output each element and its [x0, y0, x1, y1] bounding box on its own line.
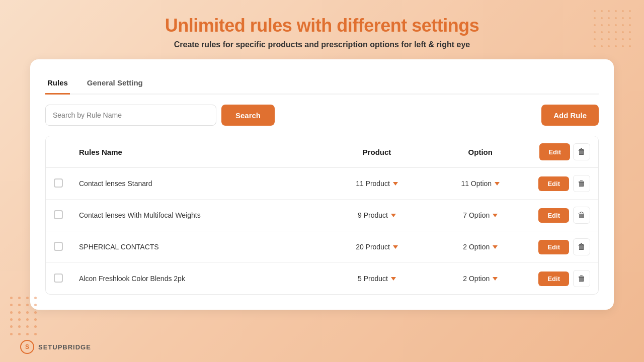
row-checkbox-cell: [46, 200, 71, 231]
trash-icon: 🗑: [578, 211, 586, 220]
table-row: Contact lenses Stanard 11 Product 11 Opt…: [46, 168, 598, 200]
header-delete-button[interactable]: 🗑: [573, 143, 590, 160]
row-action-cell: Edit 🗑: [530, 231, 598, 263]
row-action-cell: Edit 🗑: [530, 200, 598, 231]
row-option-cell: 7 Option: [430, 200, 530, 231]
row-option-cell: 11 Option: [430, 168, 530, 200]
search-input[interactable]: [45, 105, 216, 126]
page-title: Unlimited rules with different settings: [10, 15, 634, 36]
product-dropdown-icon[interactable]: [391, 214, 396, 217]
tab-bar: Rules General Setting: [45, 74, 599, 95]
product-dropdown-icon[interactable]: [393, 182, 398, 186]
option-dropdown-icon[interactable]: [493, 245, 498, 249]
add-rule-button[interactable]: Add Rule: [541, 105, 599, 126]
row-product-cell: 5 Product: [324, 263, 430, 295]
col-product: Product: [324, 136, 430, 168]
page-subtitle: Create rules for specific products and p…: [10, 40, 634, 49]
row-delete-button[interactable]: 🗑: [573, 238, 590, 255]
row-checkbox[interactable]: [54, 210, 63, 219]
option-dropdown-icon[interactable]: [495, 182, 500, 186]
row-delete-button[interactable]: 🗑: [573, 207, 590, 224]
option-dropdown-icon[interactable]: [493, 277, 498, 281]
option-tag: 2 Option: [463, 243, 498, 251]
row-delete-button[interactable]: 🗑: [573, 175, 590, 192]
table-row: Contact lenses With Multifocal Weights 9…: [46, 200, 598, 231]
product-tag: 5 Product: [358, 275, 396, 283]
option-tag: 2 Option: [463, 275, 498, 283]
product-dropdown-icon[interactable]: [393, 245, 398, 249]
product-tag: 11 Product: [356, 179, 398, 188]
trash-icon: 🗑: [578, 147, 586, 156]
table-row: Alcon Freshlook Color Blends 2pk 5 Produ…: [46, 263, 598, 295]
trash-icon: 🗑: [578, 274, 586, 283]
row-product-cell: 11 Product: [324, 168, 430, 200]
product-tag: 20 Product: [356, 243, 398, 251]
option-tag: 7 Option: [463, 211, 498, 219]
dot-pattern-top-right: [594, 10, 634, 50]
option-tag: 11 Option: [461, 179, 500, 188]
row-name-cell: Contact lenses With Multifocal Weights: [71, 200, 324, 231]
tab-general-setting[interactable]: General Setting: [85, 74, 145, 95]
row-edit-button[interactable]: Edit: [538, 208, 569, 223]
row-checkbox[interactable]: [54, 178, 63, 188]
tab-rules[interactable]: Rules: [45, 74, 70, 95]
col-check: [46, 136, 71, 168]
table-row: SPHERICAL CONTACTS 20 Product 2 Option E…: [46, 231, 598, 263]
trash-icon: 🗑: [578, 242, 586, 251]
row-checkbox-cell: [46, 168, 71, 200]
row-product-cell: 20 Product: [324, 231, 430, 263]
row-action-cell: Edit 🗑: [530, 168, 598, 200]
row-option-cell: 2 Option: [430, 231, 530, 263]
row-edit-button[interactable]: Edit: [538, 176, 569, 191]
row-checkbox[interactable]: [54, 242, 63, 251]
trash-icon: 🗑: [578, 179, 586, 188]
row-delete-button[interactable]: 🗑: [573, 270, 590, 287]
row-option-cell: 2 Option: [430, 263, 530, 295]
row-name-cell: SPHERICAL CONTACTS: [71, 231, 324, 263]
row-edit-button[interactable]: Edit: [538, 272, 569, 286]
footer-logo: S SETUPBRIDGE: [20, 340, 91, 354]
col-option: Option: [430, 136, 530, 168]
row-product-cell: 9 Product: [324, 200, 430, 231]
toolbar: Search Add Rule: [45, 105, 599, 126]
row-action-cell: Edit 🗑: [530, 263, 598, 295]
rules-table-container: Rules Name Product Option Edit 🗑: [45, 136, 599, 295]
row-name-cell: Alcon Freshlook Color Blends 2pk: [71, 263, 324, 295]
col-action: Edit 🗑: [530, 136, 598, 168]
page-header: Unlimited rules with different settings …: [0, 0, 644, 59]
table-header-row: Rules Name Product Option Edit 🗑: [46, 136, 598, 168]
row-checkbox[interactable]: [54, 274, 63, 283]
logo-icon: S: [20, 340, 34, 354]
row-name-cell: Contact lenses Stanard: [71, 168, 324, 200]
rules-table: Rules Name Product Option Edit 🗑: [46, 136, 598, 294]
row-edit-button[interactable]: Edit: [538, 240, 569, 254]
col-rules-name: Rules Name: [71, 136, 324, 168]
option-dropdown-icon[interactable]: [493, 214, 498, 217]
header-edit-button[interactable]: Edit: [539, 143, 570, 160]
product-tag: 9 Product: [358, 211, 396, 219]
dot-pattern-bottom-left: [10, 297, 40, 337]
row-checkbox-cell: [46, 231, 71, 263]
product-dropdown-icon[interactable]: [391, 277, 396, 281]
main-card: Rules General Setting Search Add Rule Ru…: [30, 59, 614, 310]
search-button[interactable]: Search: [221, 105, 275, 126]
logo-text: SETUPBRIDGE: [38, 343, 91, 351]
row-checkbox-cell: [46, 263, 71, 295]
